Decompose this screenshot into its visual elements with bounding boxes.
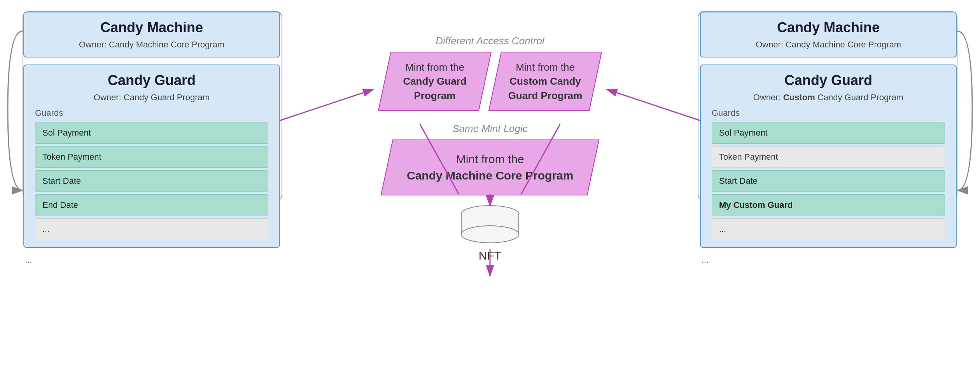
left-guard-start-date: Start Date xyxy=(35,170,268,192)
diff-label: Different Access Control xyxy=(436,35,544,47)
left-guards-section: Guards Sol Payment Token Payment Start D… xyxy=(33,108,270,240)
left-candy-machine-owner: Owner: Candy Machine Core Program xyxy=(33,40,270,50)
left-guard-ellipsis: ... xyxy=(35,218,268,240)
candy-guard-program-shape: Mint from the Candy Guard Program xyxy=(378,52,492,111)
diagram: Candy Machine Owner: Candy Machine Core … xyxy=(0,0,980,373)
left-guards-label: Guards xyxy=(35,108,268,118)
left-shape-line3: Program xyxy=(397,89,473,103)
cylinder-svg xyxy=(459,205,521,244)
custom-candy-guard-program-shape: Mint from the Custom Candy Guard Program xyxy=(488,52,602,111)
right-candy-guard-owner-bold: Custom xyxy=(783,92,815,102)
left-shape-line2: Candy Guard xyxy=(397,74,473,88)
left-candy-guard-box: Candy Guard Owner: Candy Guard Program G… xyxy=(23,64,280,248)
right-candy-guard-title: Candy Guard xyxy=(710,72,947,89)
nft-label: NFT xyxy=(479,249,501,262)
left-guard-token-payment: Token Payment xyxy=(35,146,268,168)
right-guard-sol-payment: Sol Payment xyxy=(712,122,945,144)
left-guard-end-date: End Date xyxy=(35,194,268,216)
top-shapes-row: Mint from the Candy Guard Program Mint f… xyxy=(384,52,596,111)
bottom-shape-line1: Mint from the xyxy=(407,151,573,167)
right-guards-label: Guards xyxy=(712,108,945,118)
right-candy-guard-box: Candy Guard Owner: Custom Candy Guard Pr… xyxy=(700,64,957,248)
right-shape-line1: Mint from the xyxy=(507,60,583,74)
center-area: Different Access Control Mint from the C… xyxy=(358,12,622,262)
right-panel: Candy Machine Owner: Candy Machine Core … xyxy=(700,12,957,267)
right-guard-start-date: Start Date xyxy=(712,170,945,192)
left-guard-sol-payment: Sol Payment xyxy=(35,122,268,144)
right-candy-machine-box: Candy Machine Owner: Candy Machine Core … xyxy=(700,12,957,58)
right-shape-line2: Custom Candy xyxy=(507,74,583,88)
right-candy-machine-title: Candy Machine xyxy=(710,19,947,36)
left-panel: Candy Machine Owner: Candy Machine Core … xyxy=(23,12,280,267)
right-ellipsis: ... xyxy=(700,253,957,267)
left-ellipsis: ... xyxy=(23,253,280,267)
bottom-shape-line2: Candy Machine Core Program xyxy=(407,167,573,184)
left-candy-machine-box: Candy Machine Owner: Candy Machine Core … xyxy=(23,12,280,58)
same-label: Same Mint Logic xyxy=(452,123,528,135)
cylinder-wrapper xyxy=(459,205,521,244)
left-candy-guard-title: Candy Guard xyxy=(33,72,270,89)
right-guard-my-custom: My Custom Guard xyxy=(712,194,945,216)
right-guard-token-payment: Token Payment xyxy=(712,146,945,168)
candy-machine-core-program-shape: Mint from the Candy Machine Core Program xyxy=(380,139,599,195)
left-candy-guard-owner: Owner: Candy Guard Program xyxy=(33,92,270,103)
svg-point-4 xyxy=(461,226,519,243)
left-shape-line1: Mint from the xyxy=(397,60,473,74)
right-shape-line3: Guard Program xyxy=(507,89,583,103)
right-candy-guard-owner: Owner: Custom Candy Guard Program xyxy=(710,92,947,103)
right-guard-ellipsis: ... xyxy=(712,218,945,240)
right-candy-machine-owner: Owner: Candy Machine Core Program xyxy=(710,40,947,50)
right-guards-section: Guards Sol Payment Token Payment Start D… xyxy=(710,108,947,240)
left-candy-machine-title: Candy Machine xyxy=(33,19,270,36)
nft-container: NFT xyxy=(459,205,521,262)
